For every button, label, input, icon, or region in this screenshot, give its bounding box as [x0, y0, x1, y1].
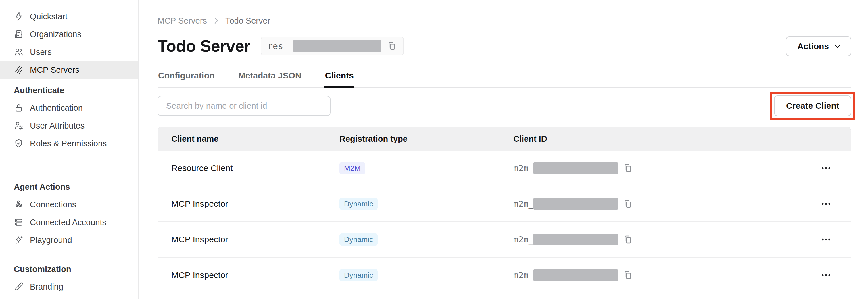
tab-bar: Configuration Metadata JSON Clients: [157, 66, 851, 88]
sidebar-section-label: Customization: [14, 265, 71, 274]
copy-client-id-button[interactable]: [623, 270, 633, 280]
sidebar-item-label: Playground: [30, 236, 72, 245]
sidebar-item[interactable]: Playground: [0, 231, 138, 249]
column-header-registration-type: Registration type: [339, 134, 513, 144]
paintbrush-icon: [13, 281, 24, 292]
sidebar-item[interactable]: MCP Servers: [0, 61, 138, 79]
registration-type-badge: Dynamic: [339, 198, 378, 210]
client-name: MCP Inspector: [171, 199, 339, 209]
sidebar-item[interactable]: Quickstart: [0, 7, 138, 25]
sidebar-item[interactable]: Connections: [0, 196, 138, 213]
sidebar-item-label: Organizations: [30, 30, 81, 39]
client-id-prefix: m2m_: [513, 199, 533, 209]
row-menu-button[interactable]: [818, 268, 834, 282]
copy-client-id-button[interactable]: [623, 163, 633, 173]
sidebar-item[interactable]: User Attributes: [0, 117, 138, 134]
sidebar-item-label: Connections: [30, 200, 76, 209]
client-name: Resource Client: [171, 163, 339, 173]
client-id-redaction: [533, 198, 618, 210]
copy-icon: [623, 199, 633, 209]
resource-id-prefix: res_: [268, 41, 288, 51]
sidebar-item[interactable]: Authentication: [0, 99, 138, 117]
tab[interactable]: Clients: [324, 66, 354, 88]
client-name: MCP Inspector: [171, 270, 339, 280]
copy-icon: [623, 234, 633, 245]
sidebar-section-header: Authenticate: [0, 82, 138, 99]
sidebar-item[interactable]: Organizations: [0, 25, 138, 43]
sidebar-section-header: Agent Actions: [0, 178, 138, 196]
ellipsis-icon: [820, 162, 832, 174]
page-title: Todo Server: [157, 36, 250, 56]
client-id-prefix: m2m_: [513, 163, 533, 173]
page-header: Todo Server res_: [157, 34, 851, 58]
sidebar-item-label: Branding: [30, 282, 63, 292]
app-window: Quickstart Organizations Users MCP Serve…: [0, 0, 868, 299]
resource-id-redaction: [293, 40, 381, 52]
client-id-redaction: [533, 269, 618, 281]
column-header-client-id: Client ID: [513, 134, 797, 144]
copy-client-id-button[interactable]: [623, 234, 633, 245]
sidebar-item-label: User Attributes: [30, 121, 85, 130]
sidebar-section-label: Agent Actions: [14, 182, 70, 192]
users-icon: [13, 47, 24, 57]
sidebar-section-label: Authenticate: [14, 86, 64, 95]
tab-label: Clients: [325, 71, 354, 80]
copy-resource-id-button[interactable]: [386, 41, 397, 51]
chevron-down-icon: [833, 42, 842, 51]
registration-type-badge: M2M: [339, 162, 365, 175]
row-menu-button[interactable]: [818, 197, 834, 211]
lock-icon: [13, 102, 24, 113]
breadcrumb-current: Todo Server: [225, 15, 270, 26]
sidebar-item-label: Authentication: [30, 103, 83, 113]
sidebar-item[interactable]: Roles & Permissions: [0, 134, 138, 152]
table-row-partial: [158, 293, 851, 299]
sidebar-item[interactable]: Connected Accounts: [0, 213, 138, 231]
actions-button[interactable]: Actions: [786, 36, 851, 56]
tab-label: Configuration: [158, 71, 215, 80]
row-menu-button[interactable]: [818, 232, 834, 247]
sidebar-item[interactable]: Branding: [0, 278, 138, 296]
row-menu-button[interactable]: [818, 161, 834, 176]
table-row: MCP Inspector Dynamic m2m_: [158, 258, 851, 293]
shield-check-icon: [13, 138, 24, 149]
client-id-prefix: m2m_: [513, 270, 533, 280]
search-input[interactable]: [157, 96, 331, 116]
ellipsis-icon: [820, 234, 832, 245]
create-client-button[interactable]: Create Client: [774, 95, 851, 116]
sidebar: Quickstart Organizations Users MCP Serve…: [0, 0, 138, 299]
organization-icon: [13, 29, 24, 39]
registration-type-badge: Dynamic: [339, 234, 378, 246]
lightning-icon: [13, 11, 24, 22]
table-row: MCP Inspector Dynamic m2m_: [158, 186, 851, 222]
tab[interactable]: Metadata JSON: [238, 66, 302, 88]
sidebar-item-label: Quickstart: [30, 12, 67, 21]
sidebar-item-label: Users: [30, 48, 52, 57]
sparkle-icon: [13, 235, 24, 245]
clients-toolbar: Create Client: [157, 95, 851, 116]
registration-type-badge: Dynamic: [339, 269, 378, 281]
table-header-row: Client name Registration type Client ID: [158, 127, 851, 151]
column-header-client-name: Client name: [171, 134, 339, 144]
cubes-icon: [13, 199, 24, 210]
copy-icon: [623, 163, 633, 173]
table-row: MCP Inspector Dynamic m2m_: [158, 222, 851, 258]
sidebar-item-label: Roles & Permissions: [30, 139, 107, 148]
resource-id-chip: res_: [261, 36, 404, 56]
tab-label: Metadata JSON: [238, 71, 302, 80]
ellipsis-icon: [820, 269, 832, 281]
client-name: MCP Inspector: [171, 235, 339, 244]
sidebar-item-label: MCP Servers: [30, 65, 79, 75]
actions-button-label: Actions: [797, 41, 829, 51]
tab[interactable]: Configuration: [157, 66, 215, 88]
copy-icon: [623, 270, 633, 280]
clients-table: Client name Registration type Client ID …: [157, 126, 851, 299]
breadcrumb-parent[interactable]: MCP Servers: [157, 15, 207, 26]
copy-icon: [386, 41, 397, 51]
chevron-right-icon: [212, 16, 221, 25]
sidebar-item[interactable]: Users: [0, 43, 138, 61]
sidebar-item-label: Connected Accounts: [30, 218, 106, 227]
copy-client-id-button[interactable]: [623, 199, 633, 209]
client-id-prefix: m2m_: [513, 235, 533, 244]
sidebar-section-header: Customization: [0, 261, 138, 278]
stacked-accounts-icon: [13, 217, 24, 228]
